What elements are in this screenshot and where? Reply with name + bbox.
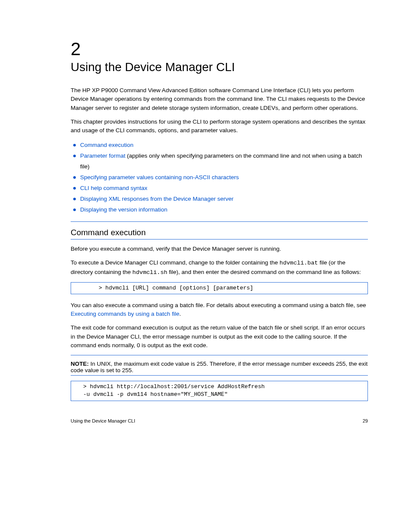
section-paragraph: The exit code for command execution is o…	[71, 324, 368, 350]
section-paragraph: Before you execute a command, verify tha…	[71, 245, 368, 253]
footer-section-title: Using the Device Manager CLI	[71, 418, 135, 423]
code-block-example: > hdvmcli http://localhost:2001/service …	[71, 381, 368, 401]
section-paragraph: You can also execute a command using a b…	[71, 301, 368, 319]
section-paragraph: To execute a Device Manager CLI command,…	[71, 258, 368, 277]
toc-link[interactable]: Parameter format	[80, 152, 125, 159]
code-block-usage: > hdvmcli [URL] command [options] [param…	[71, 282, 368, 294]
toc-link[interactable]: Command execution	[80, 142, 134, 148]
footer-page-number: 29	[363, 418, 368, 423]
note-label: NOTE: In UNIX, the maximum exit code val…	[71, 361, 368, 373]
toc-item[interactable]: Command execution	[71, 140, 368, 151]
intro-paragraph-2: This chapter provides instructions for u…	[71, 118, 368, 135]
toc-link[interactable]: CLI help command syntax	[80, 185, 147, 191]
section-heading-command-execution: Command execution	[71, 228, 368, 237]
page-footer: Using the Device Manager CLI 29	[71, 418, 368, 423]
code-line: -u dvmcli -p dvm114 hostname="MY_HOST_NA…	[83, 391, 364, 398]
code-line: > hdvmcli http://localhost:2001/service …	[83, 383, 364, 391]
divider	[71, 375, 368, 376]
toc-link[interactable]: Displaying the version information	[80, 206, 168, 213]
divider	[71, 355, 368, 355]
toc-list: Command execution Parameter format (appl…	[71, 140, 368, 215]
divider	[71, 221, 368, 222]
toc-item[interactable]: CLI help command syntax	[71, 183, 368, 194]
inline-code: hdvmcli.sh	[132, 269, 167, 276]
toc-item[interactable]: Displaying the version information	[71, 205, 368, 215]
toc-item[interactable]: Parameter format (applies only when spec…	[71, 151, 368, 172]
inline-code: hdvmcli.bat	[280, 260, 318, 266]
toc-item[interactable]: Specifying parameter values containing n…	[71, 172, 368, 183]
divider	[71, 239, 368, 240]
inline-link-batch-file[interactable]: Executing commands by using a batch file	[71, 311, 179, 317]
toc-link[interactable]: Specifying parameter values containing n…	[80, 174, 239, 180]
intro-paragraph-1: The HP XP P9000 Command View Advanced Ed…	[71, 86, 368, 112]
toc-link[interactable]: Displaying XML responses from the Device…	[80, 196, 234, 202]
chapter-title: Using the Device Manager CLI	[71, 60, 368, 74]
code-line: > hdvmcli [URL] command [options] [param…	[99, 284, 364, 292]
toc-item[interactable]: Displaying XML responses from the Device…	[71, 194, 368, 205]
chapter-number: 2	[71, 39, 368, 59]
